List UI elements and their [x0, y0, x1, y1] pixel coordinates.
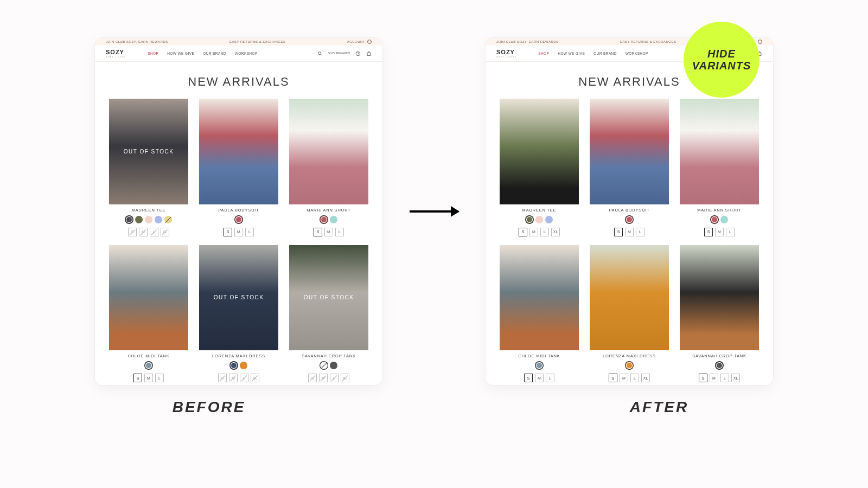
- product-image[interactable]: [109, 245, 188, 351]
- product-card[interactable]: MARIE ANN SHORTSML: [289, 99, 368, 236]
- size-option[interactable]: S: [704, 228, 713, 236]
- size-option[interactable]: S: [224, 228, 232, 236]
- size-option[interactable]: S: [609, 374, 617, 382]
- color-swatch-gold[interactable]: [164, 216, 172, 223]
- color-swatch-darkgrey[interactable]: [716, 362, 723, 369]
- color-swatch-steel[interactable]: [145, 362, 152, 369]
- size-option[interactable]: S: [218, 374, 227, 382]
- size-option[interactable]: S: [524, 374, 533, 382]
- product-image[interactable]: OUT OF STOCK: [199, 245, 278, 351]
- nav-link-how-we-give[interactable]: HOW WE GIVE: [167, 52, 194, 55]
- size-option[interactable]: M: [234, 228, 243, 236]
- nav-link-shop[interactable]: SHOP: [148, 52, 158, 55]
- size-option[interactable]: M: [715, 228, 724, 236]
- user-icon[interactable]: [367, 40, 372, 44]
- product-image[interactable]: [199, 99, 278, 204]
- size-option[interactable]: L: [330, 374, 339, 382]
- product-image[interactable]: [500, 99, 579, 204]
- color-swatch-charcoal[interactable]: [125, 216, 133, 223]
- size-option[interactable]: S: [519, 228, 527, 236]
- site-logo[interactable]: SOZY SOFT + COZY: [496, 49, 516, 58]
- search-icon[interactable]: [317, 51, 323, 56]
- product-card[interactable]: PAULA BODYSUITSML: [590, 99, 669, 236]
- size-option[interactable]: M: [229, 374, 238, 382]
- nav-link-our-brand[interactable]: OUR BRAND: [593, 52, 617, 55]
- product-card[interactable]: OUT OF STOCKLORENZA MAXI DRESSSMLXL: [199, 245, 278, 383]
- product-card[interactable]: LORENZA MAXI DRESSSMLXL: [590, 245, 669, 383]
- size-option[interactable]: M: [620, 374, 628, 382]
- product-card[interactable]: PAULA BODYSUITSML: [199, 99, 278, 236]
- color-swatch-mauve[interactable]: [711, 216, 718, 223]
- size-option[interactable]: S: [133, 374, 142, 382]
- size-option[interactable]: M: [625, 228, 634, 236]
- color-swatch-mauve[interactable]: [320, 216, 328, 223]
- size-option[interactable]: M: [324, 228, 333, 236]
- size-option[interactable]: M: [529, 228, 538, 236]
- product-image[interactable]: [500, 245, 579, 351]
- product-card[interactable]: OUT OF STOCKSAVANNAH CROP TANKSMLXL: [289, 245, 368, 383]
- color-swatch-amber[interactable]: [626, 362, 633, 369]
- color-swatch-periwinkle[interactable]: [155, 216, 162, 223]
- color-swatch-navy[interactable]: [230, 362, 238, 369]
- size-option[interactable]: L: [245, 228, 254, 236]
- size-option[interactable]: S: [314, 228, 322, 236]
- size-option[interactable]: L: [630, 374, 639, 382]
- size-option[interactable]: XL: [731, 374, 740, 382]
- size-option[interactable]: L: [540, 228, 549, 236]
- help-icon[interactable]: [355, 51, 361, 56]
- color-swatch-darkgrey[interactable]: [330, 362, 337, 369]
- color-swatch-blush[interactable]: [145, 216, 152, 223]
- size-option[interactable]: L: [636, 228, 644, 236]
- user-icon[interactable]: [758, 40, 762, 44]
- nav-link-how-we-give[interactable]: HOW WE GIVE: [558, 52, 585, 55]
- size-option[interactable]: S: [614, 228, 623, 236]
- size-option[interactable]: L: [155, 374, 164, 382]
- size-option[interactable]: XL: [161, 228, 169, 236]
- size-option[interactable]: L: [546, 374, 554, 382]
- color-swatch-mauve[interactable]: [626, 216, 633, 223]
- product-image[interactable]: [590, 245, 669, 351]
- color-swatch-blush[interactable]: [535, 216, 543, 223]
- product-image[interactable]: [289, 99, 368, 204]
- nav-link-workshop[interactable]: WORKSHOP: [235, 52, 258, 55]
- size-option[interactable]: S: [128, 228, 137, 236]
- size-option[interactable]: M: [319, 374, 328, 382]
- size-option[interactable]: S: [699, 374, 707, 382]
- size-option[interactable]: XL: [551, 228, 560, 236]
- color-swatch-mauve[interactable]: [235, 216, 242, 223]
- product-card[interactable]: SAVANNAH CROP TANKSMLXL: [680, 245, 759, 383]
- product-card[interactable]: MARIE ANN SHORTSML: [680, 99, 759, 236]
- color-swatch-aqua[interactable]: [330, 216, 337, 223]
- size-option[interactable]: XL: [641, 374, 650, 382]
- nav-link-shop[interactable]: SHOP: [538, 52, 549, 55]
- size-option[interactable]: M: [139, 228, 148, 236]
- nav-link-workshop[interactable]: WORKSHOP: [626, 52, 648, 55]
- topbar-left[interactable]: JOIN CLUB SOZY, EARN REWARDS: [496, 40, 559, 43]
- product-card[interactable]: MAUREEN TEESMLXL: [500, 99, 579, 236]
- size-option[interactable]: L: [150, 228, 158, 236]
- color-swatch-white[interactable]: [320, 362, 328, 369]
- product-card[interactable]: OUT OF STOCKMAUREEN TEESMLXL: [109, 99, 188, 236]
- size-option[interactable]: L: [335, 228, 344, 236]
- size-option[interactable]: L: [726, 228, 735, 236]
- size-option[interactable]: L: [240, 374, 248, 382]
- account-link[interactable]: ACCOUNT: [347, 40, 365, 43]
- site-logo[interactable]: SOZY SOFT + COZY: [106, 49, 126, 58]
- product-image[interactable]: [680, 245, 759, 351]
- product-image[interactable]: OUT OF STOCK: [289, 245, 368, 351]
- cart-icon[interactable]: [366, 51, 372, 56]
- product-image[interactable]: [590, 99, 669, 204]
- product-image[interactable]: [680, 99, 759, 204]
- color-swatch-periwinkle[interactable]: [545, 216, 553, 223]
- product-card[interactable]: CHLOE MIDI TANKSML: [500, 245, 579, 383]
- color-swatch-olive[interactable]: [526, 216, 533, 223]
- size-option[interactable]: M: [535, 374, 544, 382]
- size-option[interactable]: L: [720, 374, 729, 382]
- size-option[interactable]: XL: [251, 374, 259, 382]
- product-card[interactable]: CHLOE MIDI TANKSML: [109, 245, 188, 383]
- size-option[interactable]: S: [308, 374, 317, 382]
- size-option[interactable]: M: [144, 374, 153, 382]
- topbar-left[interactable]: JOIN CLUB SOZY, EARN REWARDS: [106, 40, 168, 43]
- product-image[interactable]: OUT OF STOCK: [109, 99, 188, 204]
- size-option[interactable]: M: [710, 374, 718, 382]
